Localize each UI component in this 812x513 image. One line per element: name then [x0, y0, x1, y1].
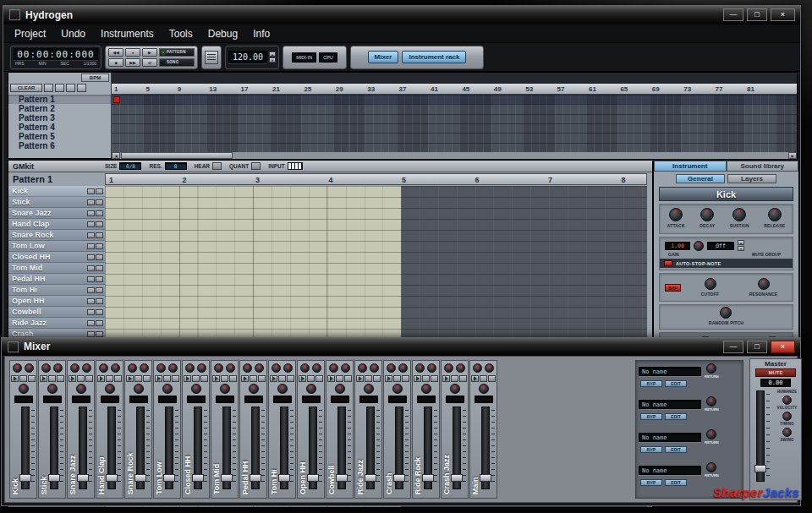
resonance-knob[interactable]: [758, 278, 770, 290]
strip-pan-knob[interactable]: [306, 384, 316, 394]
strip-play-button[interactable]: [471, 375, 479, 382]
strip-knob-a[interactable]: [13, 363, 22, 373]
single-pattern-mode-button[interactable]: [77, 84, 86, 92]
strip-knob-b[interactable]: [370, 363, 379, 373]
instrument-mute-button[interactable]: [87, 331, 95, 337]
strip-fader-thumb[interactable]: [278, 474, 290, 482]
strip-fader[interactable]: [309, 407, 317, 489]
strip-fader-thumb[interactable]: [77, 474, 89, 482]
instrument-mute-button[interactable]: [87, 210, 95, 216]
instrument-mute-button[interactable]: [87, 243, 95, 249]
strip-fader-thumb[interactable]: [134, 474, 146, 482]
instrument-solo-button[interactable]: [96, 199, 103, 205]
instrument-row-tom-low[interactable]: Tom Low: [8, 241, 105, 252]
strip-knob-b[interactable]: [226, 363, 235, 373]
strip-mute-button[interactable]: [134, 375, 142, 382]
strip-play-button[interactable]: [69, 375, 76, 382]
instrument-row-ride-jazz[interactable]: Ride Jazz: [8, 318, 105, 329]
strip-knob-b[interactable]: [255, 363, 264, 373]
song-ruler[interactable]: 159131721252933374145495357616569737781: [112, 84, 797, 95]
gain-knob[interactable]: [694, 241, 704, 251]
strip-solo-button[interactable]: [402, 375, 409, 382]
strip-knob-a[interactable]: [41, 363, 51, 373]
strip-play-button[interactable]: [270, 375, 277, 382]
menu-instruments[interactable]: Instruments: [93, 25, 162, 43]
attack-knob[interactable]: [669, 208, 683, 221]
instrument-mute-button[interactable]: [87, 199, 95, 205]
strip-play-button[interactable]: [356, 375, 364, 382]
maximize-button[interactable]: □: [747, 8, 767, 21]
mixer-minimize-button[interactable]: —: [723, 341, 743, 353]
mute-group-up-button[interactable]: ▲: [738, 240, 744, 245]
close-button[interactable]: ×: [771, 8, 795, 21]
strip-fader-thumb[interactable]: [393, 474, 405, 482]
fx-return-knob[interactable]: [706, 462, 716, 472]
strip-fader[interactable]: [280, 407, 288, 489]
strip-solo-button[interactable]: [431, 375, 438, 382]
strip-fader-thumb[interactable]: [106, 474, 118, 482]
strip-fader[interactable]: [395, 407, 403, 489]
strip-fader[interactable]: [481, 407, 490, 489]
strip-solo-button[interactable]: [258, 375, 266, 382]
instrument-row-tom-mid[interactable]: Tom Mid: [8, 263, 105, 274]
strip-solo-button[interactable]: [143, 375, 151, 382]
strip-solo-button[interactable]: [229, 375, 237, 382]
fx-bypass-button[interactable]: BYP: [640, 446, 662, 453]
fx-bypass-button[interactable]: BYP: [640, 413, 662, 420]
strip-knob-a[interactable]: [300, 363, 310, 373]
strip-knob-b[interactable]: [25, 363, 34, 373]
stop-button[interactable]: ■: [108, 58, 123, 67]
bpm-down-button[interactable]: ▼: [269, 57, 276, 63]
strip-pan-knob[interactable]: [105, 384, 115, 394]
instrument-solo-button[interactable]: [96, 331, 103, 337]
strip-mute-button[interactable]: [365, 375, 372, 382]
strip-solo-button[interactable]: [114, 375, 122, 382]
strip-mute-button[interactable]: [336, 375, 343, 382]
menu-tools[interactable]: Tools: [162, 25, 200, 43]
strip-fader-thumb[interactable]: [192, 474, 204, 482]
pattern-list-item[interactable]: Pattern 5: [8, 132, 111, 141]
strip-play-button[interactable]: [299, 375, 306, 382]
piano-input-icon[interactable]: [288, 162, 303, 170]
strip-pan-knob[interactable]: [335, 384, 345, 394]
tab-general[interactable]: General: [676, 174, 725, 183]
instrument-row-hand-clap[interactable]: Hand Clap: [8, 219, 105, 230]
strip-knob-a[interactable]: [185, 363, 195, 373]
strip-fader-thumb[interactable]: [307, 474, 319, 482]
instrument-mute-button[interactable]: [87, 298, 95, 304]
instrument-row-kick[interactable]: Kick: [8, 186, 105, 197]
strip-fader-thumb[interactable]: [336, 474, 348, 482]
strip-knob-a[interactable]: [214, 363, 223, 373]
strip-knob-a[interactable]: [99, 363, 108, 373]
pattern-mode-button[interactable]: PATTERN: [159, 48, 195, 57]
strip-mute-button[interactable]: [307, 375, 315, 382]
strip-knob-b[interactable]: [111, 363, 120, 373]
fx-return-knob[interactable]: [706, 429, 716, 439]
strip-knob-a[interactable]: [473, 363, 482, 373]
strip-knob-a[interactable]: [272, 363, 281, 373]
menu-info[interactable]: Info: [245, 25, 277, 43]
instrument-solo-button[interactable]: [96, 265, 103, 271]
strip-play-button[interactable]: [155, 375, 162, 382]
size-spinner[interactable]: 8/8: [119, 162, 141, 170]
strip-fader[interactable]: [194, 407, 202, 489]
instrument-row-snare-jazz[interactable]: Snare Jazz: [8, 208, 105, 219]
strip-solo-button[interactable]: [373, 375, 381, 382]
cutoff-knob[interactable]: [705, 278, 716, 290]
resolution-spinner[interactable]: 8: [165, 162, 187, 170]
strip-play-button[interactable]: [11, 375, 19, 382]
filter-bypass-button[interactable]: BYP: [665, 284, 681, 292]
play-button[interactable]: ▶: [142, 48, 157, 57]
instrument-row-cowbell[interactable]: Cowbell: [8, 307, 105, 318]
fx-edit-button[interactable]: EDIT: [665, 446, 687, 453]
fx-bypass-button[interactable]: BYP: [640, 479, 662, 486]
instrument-row-stick[interactable]: Stick: [8, 197, 105, 208]
mixer-toggle-button[interactable]: Mixer: [368, 51, 399, 63]
strip-solo-button[interactable]: [459, 375, 467, 382]
instrument-mute-button[interactable]: [87, 287, 95, 293]
strip-fader-thumb[interactable]: [480, 474, 491, 482]
strip-mute-button[interactable]: [77, 375, 85, 382]
instrument-rack-toggle-button[interactable]: Instrument rack: [402, 51, 466, 63]
instrument-solo-button[interactable]: [96, 243, 103, 249]
instrument-solo-button[interactable]: [96, 309, 103, 315]
